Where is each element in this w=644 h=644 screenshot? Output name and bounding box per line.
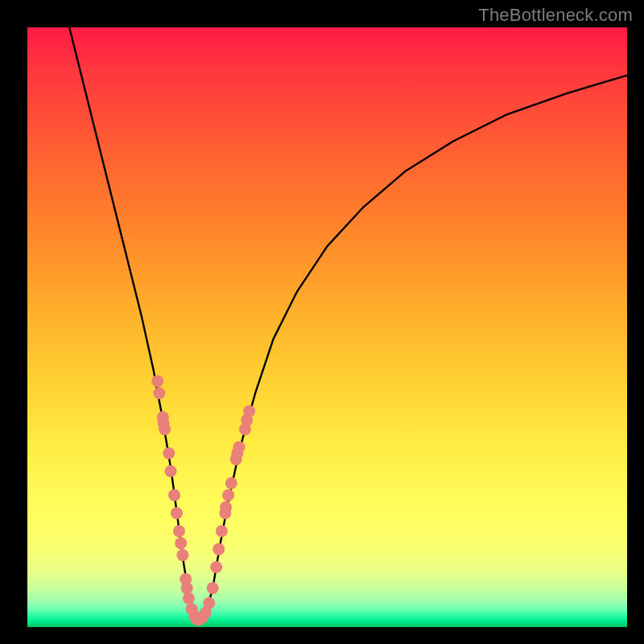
data-point (171, 507, 183, 519)
data-point (219, 507, 231, 519)
data-point (220, 502, 232, 514)
data-point (188, 610, 200, 622)
data-point (243, 405, 255, 417)
data-point (193, 614, 205, 626)
data-point (207, 582, 219, 594)
data-point (158, 417, 170, 429)
data-point (233, 441, 245, 453)
data-point (239, 423, 251, 436)
data-point (180, 573, 192, 585)
data-point (159, 423, 171, 436)
chart-frame: TheBottleneck.com (0, 0, 644, 644)
watermark-text: TheBottleneck.com (478, 5, 633, 26)
data-point (173, 525, 185, 537)
data-point (186, 603, 198, 615)
data-point (157, 411, 169, 423)
data-point (225, 477, 237, 489)
data-point (163, 447, 175, 459)
data-point (231, 447, 243, 459)
data-point (213, 543, 225, 555)
data-point (153, 387, 165, 399)
data-point (196, 612, 208, 624)
data-point (191, 613, 203, 625)
data-point (181, 582, 193, 594)
data-point (216, 525, 228, 537)
data-point (210, 561, 222, 573)
data-point (200, 607, 212, 619)
data-point (165, 465, 177, 477)
data-point (151, 375, 163, 387)
data-point (175, 537, 187, 549)
plot-area (27, 27, 627, 627)
data-point (230, 453, 242, 465)
data-point (176, 549, 188, 561)
bottleneck-curve (27, 27, 627, 627)
data-point (168, 489, 180, 502)
data-point (183, 592, 195, 605)
data-point (222, 489, 234, 502)
data-point (241, 414, 253, 426)
highlight-dots (27, 27, 627, 627)
data-point (203, 597, 215, 609)
